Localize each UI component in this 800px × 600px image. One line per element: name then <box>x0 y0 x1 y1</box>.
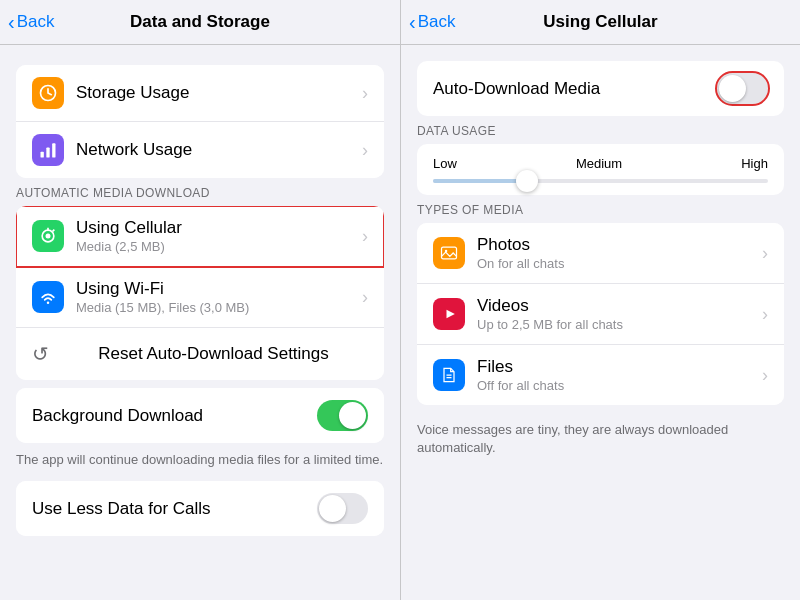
files-icon <box>433 359 465 391</box>
use-less-data-thumb <box>319 495 346 522</box>
files-svg <box>439 365 459 385</box>
files-content: Files Off for all chats <box>477 357 754 393</box>
svg-marker-11 <box>447 310 455 318</box>
network-usage-chevron: › <box>362 140 368 161</box>
data-usage-slider-track[interactable] <box>433 179 768 183</box>
left-nav-title: Data and Storage <box>130 12 270 32</box>
wifi-svg <box>38 287 58 307</box>
videos-subtitle: Up to 2,5 MB for all chats <box>477 317 754 332</box>
left-nav-header: ‹ Back Data and Storage <box>0 0 400 45</box>
storage-usage-icon <box>32 77 64 109</box>
photos-content: Photos On for all chats <box>477 235 754 271</box>
svg-rect-9 <box>442 247 457 259</box>
videos-icon <box>433 298 465 330</box>
photos-chevron: › <box>762 243 768 264</box>
svg-rect-1 <box>41 152 44 158</box>
right-content: Auto-Download Media DATA USAGE Low Mediu… <box>401 45 800 600</box>
videos-chevron: › <box>762 304 768 325</box>
storage-svg <box>38 83 58 103</box>
photos-svg <box>439 243 459 263</box>
using-cellular-title: Using Cellular <box>76 218 354 238</box>
right-back-button[interactable]: ‹ Back <box>409 11 455 34</box>
background-body: Background Download <box>16 388 384 443</box>
auto-media-header: AUTOMATIC MEDIA DOWNLOAD <box>0 186 400 206</box>
photos-subtitle: On for all chats <box>477 256 754 271</box>
background-download-row[interactable]: Background Download <box>16 388 384 443</box>
cellular-svg <box>38 226 58 246</box>
data-usage-section: DATA USAGE Low Medium High <box>401 124 800 195</box>
types-of-media-body: Photos On for all chats › Videos Up to 2… <box>417 223 784 405</box>
photos-title: Photos <box>477 235 754 255</box>
left-back-label: Back <box>17 12 55 32</box>
files-row[interactable]: Files Off for all chats › <box>417 345 784 405</box>
use-less-data-row[interactable]: Use Less Data for Calls <box>16 481 384 536</box>
network-usage-icon <box>32 134 64 166</box>
right-nav-header: ‹ Back Using Cellular <box>401 0 800 45</box>
files-title: Files <box>477 357 754 377</box>
reset-row[interactable]: ↺ Reset Auto-Download Settings <box>16 328 384 380</box>
using-cellular-row[interactable]: Using Cellular Media (2,5 MB) › <box>16 206 384 267</box>
svg-point-5 <box>46 234 51 239</box>
label-low: Low <box>433 156 457 171</box>
reset-title: Reset Auto-Download Settings <box>59 344 368 364</box>
network-usage-title: Network Usage <box>76 140 354 160</box>
svg-rect-2 <box>46 148 49 158</box>
files-subtitle: Off for all chats <box>477 378 754 393</box>
background-download-content: Background Download <box>32 406 309 426</box>
using-cellular-content: Using Cellular Media (2,5 MB) <box>76 218 354 254</box>
using-cellular-chevron: › <box>362 226 368 247</box>
network-usage-content: Network Usage <box>76 140 354 160</box>
label-high: High <box>741 156 768 171</box>
using-wifi-content: Using Wi-Fi Media (15 MB), Files (3,0 MB… <box>76 279 354 315</box>
left-panel: ‹ Back Data and Storage Storage Usage <box>0 0 400 600</box>
top-section: Storage Usage › Network Usage <box>0 65 400 178</box>
left-content: Storage Usage › Network Usage <box>0 45 400 600</box>
left-back-button[interactable]: ‹ Back <box>8 11 54 34</box>
right-back-label: Back <box>418 12 456 32</box>
files-chevron: › <box>762 365 768 386</box>
auto-download-row[interactable]: Auto-Download Media <box>417 61 784 116</box>
storage-usage-title: Storage Usage <box>76 83 354 103</box>
svg-line-7 <box>53 230 55 232</box>
auto-download-thumb <box>719 75 746 102</box>
using-wifi-chevron: › <box>362 287 368 308</box>
storage-usage-chevron: › <box>362 83 368 104</box>
data-usage-slider-fill <box>433 179 527 183</box>
reset-icon: ↺ <box>32 342 49 366</box>
photos-row[interactable]: Photos On for all chats › <box>417 223 784 284</box>
right-back-chevron-icon: ‹ <box>409 11 416 34</box>
calls-section: Use Less Data for Calls <box>0 481 400 536</box>
svg-point-8 <box>47 302 50 305</box>
background-info-text: The app will continue downloading media … <box>0 443 400 473</box>
videos-title: Videos <box>477 296 754 316</box>
label-medium: Medium <box>576 156 622 171</box>
auto-download-toggle[interactable] <box>717 73 768 104</box>
right-panel: ‹ Back Using Cellular Auto-Download Medi… <box>400 0 800 600</box>
using-wifi-row[interactable]: Using Wi-Fi Media (15 MB), Files (3,0 MB… <box>16 267 384 328</box>
network-usage-row[interactable]: Network Usage › <box>16 122 384 178</box>
data-usage-header: DATA USAGE <box>401 124 800 144</box>
back-chevron-icon: ‹ <box>8 11 15 34</box>
types-of-media-section: TYPES OF MEDIA Photos On for all chats <box>401 203 800 405</box>
network-svg <box>38 140 58 160</box>
videos-svg <box>439 304 459 324</box>
auto-media-body: Using Cellular Media (2,5 MB) › <box>16 206 384 380</box>
using-wifi-subtitle: Media (15 MB), Files (3,0 MB) <box>76 300 354 315</box>
top-section-body: Storage Usage › Network Usage <box>16 65 384 178</box>
using-wifi-title: Using Wi-Fi <box>76 279 354 299</box>
use-less-data-content: Use Less Data for Calls <box>32 499 309 519</box>
background-section: Background Download The app will continu… <box>0 388 400 473</box>
types-of-media-header: TYPES OF MEDIA <box>401 203 800 223</box>
background-download-toggle[interactable] <box>317 400 368 431</box>
data-usage-body: Low Medium High <box>417 144 784 195</box>
videos-row[interactable]: Videos Up to 2,5 MB for all chats › <box>417 284 784 345</box>
use-less-data-title: Use Less Data for Calls <box>32 499 309 519</box>
use-less-data-toggle[interactable] <box>317 493 368 524</box>
data-usage-labels: Low Medium High <box>433 156 768 171</box>
using-cellular-subtitle: Media (2,5 MB) <box>76 239 354 254</box>
data-usage-slider-thumb[interactable] <box>516 170 538 192</box>
background-download-thumb <box>339 402 366 429</box>
cellular-icon <box>32 220 64 252</box>
storage-usage-row[interactable]: Storage Usage › <box>16 65 384 122</box>
footer-text: Voice messages are tiny, they are always… <box>401 413 800 461</box>
